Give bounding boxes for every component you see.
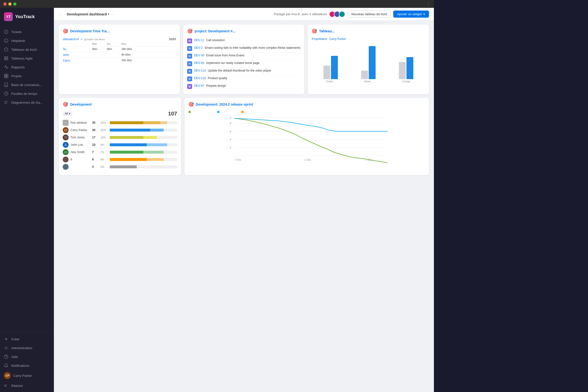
svg-text:8: 8 bbox=[230, 122, 231, 125]
chart-icon bbox=[4, 65, 8, 69]
breadcrumb-options-icon[interactable]: ··· bbox=[110, 12, 115, 16]
sidebar-item-aide[interactable]: Aide bbox=[0, 352, 54, 361]
assignee-row: TJ Tom Jones 17 16% bbox=[63, 134, 177, 140]
maximize-button[interactable] bbox=[13, 2, 16, 6]
burndown-svg: 9 8 6 4 2 1 Nov 1 Déc 1 Jan bbox=[188, 116, 425, 164]
filter-all[interactable]: All ▾ bbox=[63, 111, 72, 116]
sidebar-item-tableaux-agile[interactable]: Tableaux Agile bbox=[0, 54, 54, 63]
svg-rect-14 bbox=[6, 76, 8, 78]
avatar bbox=[63, 164, 68, 170]
widget-title-tableau: 🎯 Tableau... bbox=[312, 28, 425, 34]
sidebar-item-notifications[interactable]: Notifications bbox=[0, 361, 54, 370]
avatar: TJ bbox=[63, 134, 68, 140]
tt-group-by-label: grouper par Aucu bbox=[84, 38, 105, 41]
sidebar-item-administration[interactable]: Administration bbox=[0, 344, 54, 352]
chevron-left-icon bbox=[4, 384, 8, 388]
tt-user-filter[interactable]: utilisateurs ▾ bbox=[63, 38, 79, 41]
legend-dot-ideal bbox=[188, 111, 191, 113]
sidebar-item-helpdesk[interactable]: Helpdesk bbox=[0, 36, 54, 45]
svg-rect-9 bbox=[6, 59, 8, 60]
issue-row: N DEV-93 Implement our newly created hom… bbox=[187, 60, 300, 68]
burndown-chart-container: 9 8 6 4 2 1 Nov 1 Déc 1 Jan bbox=[188, 116, 425, 165]
widget-icon-time-tracking: 🎯 bbox=[63, 28, 68, 34]
sidebar-item-tableaux-de-bord[interactable]: Tableaux de bord bbox=[0, 45, 54, 54]
assignee-row: AS Alex Smith 7 7% bbox=[63, 149, 177, 155]
breadcrumb-separator: / bbox=[64, 12, 66, 16]
avatar: AS bbox=[63, 149, 68, 155]
widget-burndown: 🎯 Development: 2024.2 release sprint Ava… bbox=[184, 98, 429, 175]
assignee-row: CP Carry Parker 30 28% bbox=[63, 127, 177, 133]
owner-link[interactable]: Carry Parker bbox=[329, 37, 346, 41]
widget-title-burndown: 🎯 Development: 2024.2 release sprint bbox=[188, 102, 425, 107]
bar-group-ouvert: Ouver... bbox=[314, 45, 348, 83]
breadcrumb-ellipsis[interactable]: ... bbox=[59, 12, 63, 16]
widget-title-issues: 🎯 project: Development #... bbox=[187, 28, 300, 34]
bell-icon bbox=[4, 363, 8, 368]
tt-row: Te... 00m 00m 28h 00m bbox=[63, 46, 176, 52]
tt-filter-header: utilisateurs ▾ » grouper par Aucu 2020 bbox=[63, 37, 176, 41]
svg-text:2: 2 bbox=[230, 146, 231, 149]
dashboard-title[interactable]: Development dashboard ▾ bbox=[67, 12, 109, 16]
widget-icon-tableau: 🎯 bbox=[312, 28, 317, 34]
sidebar-bottom: Créer Administration Aide bbox=[0, 332, 54, 392]
user-profile[interactable]: CP Carry Parker bbox=[0, 370, 54, 381]
bar-devel-grey bbox=[361, 70, 368, 79]
issues-list: M DEV-11 Call resolution N DEV-2 Smart-c… bbox=[187, 37, 300, 90]
logo-area: YT YouTrack bbox=[0, 8, 54, 26]
issue-row: N DEV-2 Smart-casting fails to infer nul… bbox=[187, 45, 300, 52]
close-button[interactable] bbox=[4, 2, 6, 6]
tt-column-headers: Mar Avr Mai bbox=[63, 42, 176, 45]
widget-issues: 🎯 project: Development #... M DEV-11 Cal… bbox=[183, 24, 304, 94]
dashboard: 🎯 Development Time Tra... utilisateurs ▾… bbox=[54, 20, 434, 392]
svg-point-21 bbox=[6, 348, 7, 349]
tt-arrow-icon[interactable]: » bbox=[80, 38, 82, 41]
sidebar-item-rapports[interactable]: Rapports bbox=[0, 63, 54, 72]
apps-icon bbox=[4, 74, 8, 78]
issue-row: N DEV-30 Email issue from Anna Evans bbox=[187, 52, 300, 60]
issue-row: N DEV-114 Update the default thumbnail f… bbox=[187, 68, 300, 75]
topbar: ... / Development dashboard ▾ ··· Partag… bbox=[54, 8, 434, 20]
headset-icon bbox=[4, 38, 8, 43]
sidebar-item-projets[interactable]: Projets bbox=[0, 72, 54, 80]
assignee-row: 6 6 6% bbox=[63, 156, 177, 162]
assignee-row: — Non attribué 35 33% bbox=[63, 120, 177, 126]
widget-icon-development: 🎯 bbox=[63, 102, 68, 107]
avatar: JL bbox=[63, 142, 68, 148]
svg-rect-12 bbox=[6, 74, 8, 76]
tt-row: Carry 20h 00m bbox=[63, 58, 176, 63]
sidebar-collapse[interactable]: Réduire bbox=[0, 381, 54, 390]
svg-text:4: 4 bbox=[230, 138, 231, 141]
legend-dot-retard bbox=[241, 111, 244, 113]
bar-group-corrige: Corrigé bbox=[389, 45, 423, 83]
sidebar-item-diagrammes-de-gantt[interactable]: Diagrammes de Ga... bbox=[0, 98, 54, 107]
burndown-legend: Avancement idéal Travail restant Travail… bbox=[188, 110, 425, 114]
widget-tableau: 🎯 Tableau... Propriétaire : Carry Parker bbox=[308, 24, 429, 94]
new-dashboard-button[interactable]: Nouveau tableau de bord bbox=[348, 10, 391, 18]
issue-row: N DEV-116 Product quality bbox=[187, 75, 300, 83]
svg-text:1 Nov: 1 Nov bbox=[234, 158, 242, 161]
logo-abbr: YT bbox=[6, 15, 10, 18]
widget-icon-burndown: 🎯 bbox=[188, 102, 194, 107]
svg-point-1 bbox=[4, 39, 8, 43]
filter-dropdown-icon: ▾ bbox=[77, 38, 79, 41]
legend-retard: Travail en retard bbox=[241, 110, 264, 114]
assignee-row: 2 2% bbox=[63, 164, 177, 170]
avatar: CP bbox=[4, 372, 11, 379]
sidebar-item-base-de-connaissance[interactable]: Base de connaissa... bbox=[0, 80, 54, 89]
sidebar-item-creer[interactable]: Créer bbox=[0, 335, 54, 344]
svg-text:9: 9 bbox=[230, 116, 231, 119]
window-menu-icon[interactable]: ⋮ bbox=[426, 2, 430, 6]
breadcrumb: ... / Development dashboard ▾ ··· bbox=[59, 12, 115, 16]
legend-dot-restant bbox=[217, 111, 220, 113]
minimize-button[interactable] bbox=[8, 2, 12, 6]
check-circle-icon bbox=[4, 30, 8, 34]
sidebar-item-feuilles-de-temps[interactable]: Feuilles de temps bbox=[0, 89, 54, 98]
assignee-bar bbox=[110, 143, 177, 146]
assignee-bar bbox=[110, 166, 177, 168]
add-widget-button[interactable]: Ajouter un widget ▾ bbox=[393, 10, 429, 18]
assignee-bar bbox=[110, 121, 177, 124]
svg-text:6: 6 bbox=[230, 130, 231, 133]
svg-text:1 Déc: 1 Déc bbox=[304, 158, 312, 161]
logo-name: YouTrack bbox=[15, 14, 35, 19]
sidebar-item-tickets[interactable]: Tickets bbox=[0, 28, 54, 36]
